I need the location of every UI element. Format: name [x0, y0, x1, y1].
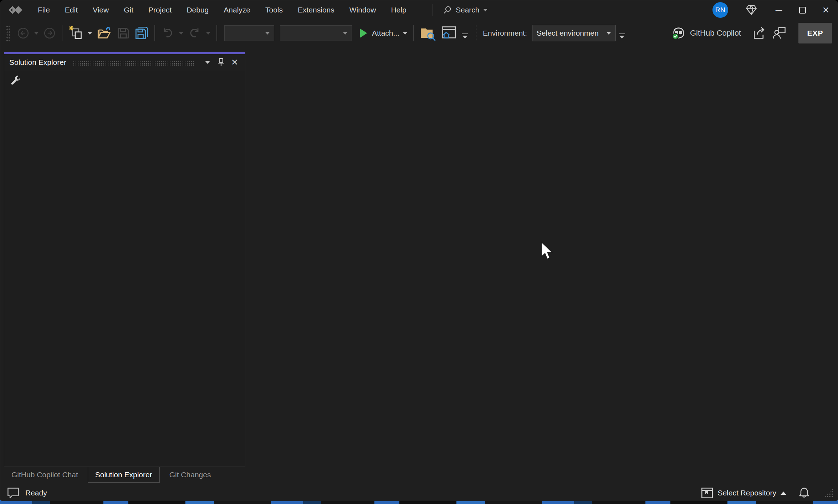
maximize-button[interactable]	[791, 0, 814, 20]
save-all-button[interactable]	[133, 24, 150, 42]
toolbar-separator	[154, 25, 155, 41]
new-project-button[interactable]	[67, 24, 85, 42]
menu-extensions[interactable]: Extensions	[290, 4, 342, 16]
repository-icon[interactable]	[701, 487, 713, 499]
github-copilot-icon	[671, 27, 686, 40]
save-icon	[117, 27, 130, 40]
feedback-bubble-icon[interactable]	[7, 487, 20, 499]
navigate-forward-icon	[44, 27, 56, 39]
status-bar: Ready Select Repository	[0, 484, 838, 501]
experimental-badge[interactable]: EXP	[798, 23, 832, 43]
search-control[interactable]: Search	[433, 0, 487, 20]
status-ready-label: Ready	[25, 489, 47, 497]
menu-edit[interactable]: Edit	[57, 4, 85, 16]
redo-dropdown[interactable]	[204, 24, 212, 42]
menu-debug[interactable]: Debug	[179, 4, 216, 16]
new-project-dropdown[interactable]	[86, 24, 94, 42]
select-repository-label[interactable]: Select Repository	[717, 489, 776, 497]
chevron-down-icon	[88, 32, 92, 35]
browser-home-icon	[441, 26, 456, 41]
chevron-down-icon	[34, 32, 39, 35]
overflow-icon	[462, 34, 468, 35]
menu-view[interactable]: View	[85, 4, 116, 16]
new-project-icon	[68, 26, 83, 41]
notifications-button[interactable]	[798, 487, 810, 499]
close-button[interactable]: ✕	[814, 0, 838, 20]
panel-drag-area[interactable]	[73, 61, 195, 66]
minimize-button[interactable]: ─	[767, 0, 791, 20]
feedback-gem-icon[interactable]	[746, 5, 757, 15]
tab-git-changes[interactable]: Git Changes	[162, 467, 218, 483]
redo-button[interactable]	[186, 24, 203, 42]
search-label: Search	[456, 6, 480, 14]
solution-explorer-tools-button[interactable]	[9, 74, 21, 86]
overflow-icon	[619, 34, 625, 35]
find-in-files-button[interactable]	[418, 24, 438, 42]
window-position-menu-button[interactable]	[201, 56, 214, 69]
send-feedback-button[interactable]	[771, 24, 788, 42]
maximize-icon	[799, 7, 806, 14]
navigate-forward-button[interactable]	[42, 24, 57, 42]
tab-github-copilot-chat[interactable]: GitHub Copilot Chat	[4, 467, 85, 483]
solution-explorer-body[interactable]	[4, 71, 245, 467]
redo-icon	[188, 27, 201, 39]
menu-tools[interactable]: Tools	[258, 4, 290, 16]
toolbar-separator	[216, 25, 217, 41]
mouse-cursor	[540, 241, 553, 261]
toolbar-overflow-button[interactable]	[462, 34, 468, 39]
solution-platforms-combobox[interactable]	[280, 25, 352, 41]
toolbar-separator	[62, 25, 62, 41]
tool-window-tab-strip: GitHub Copilot Chat Solution Explorer Gi…	[4, 467, 218, 483]
share-button[interactable]	[751, 24, 769, 42]
environment-label: Environment:	[483, 29, 527, 37]
attach-label: Attach...	[372, 29, 399, 37]
user-avatar[interactable]: RN	[712, 2, 728, 18]
start-debug-button[interactable]: Attach...	[355, 24, 409, 42]
chevron-down-icon	[403, 32, 407, 35]
save-all-icon	[135, 26, 148, 40]
chevron-down-icon	[205, 61, 210, 64]
play-icon	[359, 28, 368, 38]
auto-hide-pin-button[interactable]	[214, 56, 228, 69]
environment-value: Select environmen	[537, 29, 607, 37]
menu-git[interactable]: Git	[116, 4, 141, 16]
toolbar-drag-grip[interactable]	[6, 25, 10, 41]
titlebar-separator	[433, 4, 433, 16]
undo-button[interactable]	[159, 24, 176, 42]
navigate-back-dropdown[interactable]	[32, 24, 40, 42]
resize-grip[interactable]	[824, 488, 833, 498]
web-browser-button[interactable]	[439, 24, 458, 42]
toolbar-separator-dotted	[476, 25, 476, 41]
chevron-down-icon	[607, 32, 611, 35]
feedback-person-icon	[772, 27, 787, 40]
chevron-down-icon	[343, 32, 347, 35]
open-folder-icon	[97, 26, 112, 40]
overflow-icon	[619, 36, 624, 38]
toolbar-overflow-button[interactable]	[619, 34, 625, 39]
solution-explorer-header: Solution Explorer ✕	[4, 54, 245, 71]
menu-project[interactable]: Project	[141, 4, 179, 16]
github-copilot-button[interactable]: GitHub Copilot	[670, 24, 750, 42]
github-copilot-label: GitHub Copilot	[690, 29, 741, 38]
overflow-icon	[463, 36, 467, 38]
desktop: File Edit View Git Project Debug Analyze…	[0, 0, 838, 504]
open-file-button[interactable]	[95, 24, 114, 42]
menu-help[interactable]: Help	[383, 4, 414, 16]
menu-analyze[interactable]: Analyze	[216, 4, 258, 16]
pin-icon	[217, 58, 225, 67]
navigate-back-icon	[17, 27, 29, 39]
save-button[interactable]	[115, 24, 132, 42]
navigate-back-button[interactable]	[15, 24, 31, 42]
menu-bar: File Edit View Git Project Debug Analyze…	[30, 4, 414, 16]
chevron-down-icon	[179, 32, 183, 35]
menu-file[interactable]: File	[30, 4, 57, 16]
environment-select[interactable]: Select environmen	[532, 25, 615, 41]
menu-window[interactable]: Window	[342, 4, 384, 16]
solution-configurations-combobox[interactable]	[224, 25, 274, 41]
chevron-up-icon[interactable]	[781, 492, 786, 495]
bell-icon	[798, 487, 810, 499]
panel-close-button[interactable]: ✕	[228, 56, 241, 69]
solution-explorer-panel: Solution Explorer ✕	[4, 52, 245, 467]
undo-dropdown[interactable]	[177, 24, 185, 42]
tab-solution-explorer[interactable]: Solution Explorer	[88, 467, 160, 483]
